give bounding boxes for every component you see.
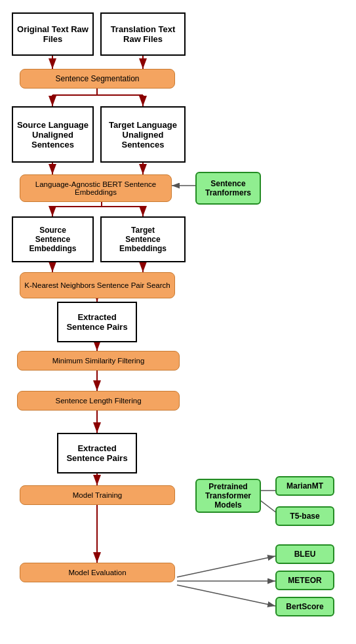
source-language-label: Source LanguageUnalignedSentences <box>17 120 89 150</box>
translation-text-box: Translation Text Raw Files <box>100 12 186 56</box>
min-similarity-label: Minimum Similarity Filtering <box>52 357 145 365</box>
t5-base-box: T5-base <box>275 506 334 526</box>
target-embeddings-box: TargetSentenceEmbeddings <box>100 216 186 262</box>
target-language-box: Target LanguageUnalignedSentences <box>100 106 186 163</box>
target-language-label: Target LanguageUnalignedSentences <box>109 120 177 150</box>
bertscore-box: BertScore <box>275 597 334 616</box>
model-evaluation-label: Model Evaluation <box>68 569 126 576</box>
sentence-segmentation-label: Sentence Segmentation <box>55 74 139 83</box>
bleu-label: BLEU <box>294 550 316 559</box>
extracted-pairs-2-box: ExtractedSentence Pairs <box>57 433 137 473</box>
svg-line-27 <box>177 585 275 606</box>
model-evaluation-box: Model Evaluation <box>20 563 175 582</box>
sentence-segmentation-box: Sentence Segmentation <box>20 69 175 89</box>
original-text-label: Original Text Raw Files <box>13 24 92 44</box>
svg-line-25 <box>177 556 275 577</box>
source-embeddings-box: SourceSentenceEmbeddings <box>12 216 94 262</box>
model-training-label: Model Training <box>73 491 122 499</box>
marianmt-box: MarianMT <box>275 476 334 496</box>
bert-embeddings-label: Language-Agnostic BERT Sentence Embeddin… <box>20 180 171 196</box>
extracted-pairs-2-label: ExtractedSentence Pairs <box>66 443 127 463</box>
source-language-box: Source LanguageUnalignedSentences <box>12 106 94 163</box>
extracted-pairs-1-box: ExtractedSentence Pairs <box>57 302 137 342</box>
extracted-pairs-1-label: ExtractedSentence Pairs <box>66 312 127 332</box>
source-embeddings-label: SourceSentenceEmbeddings <box>29 226 76 253</box>
t5-base-label: T5-base <box>290 512 319 521</box>
model-training-box: Model Training <box>20 485 175 505</box>
translation-text-label: Translation Text Raw Files <box>102 24 184 44</box>
original-text-box: Original Text Raw Files <box>12 12 94 56</box>
marianmt-label: MarianMT <box>287 481 323 491</box>
sentence-transformers-box: SentenceTranformers <box>195 172 261 205</box>
bertscore-label: BertScore <box>286 602 323 611</box>
meteor-label: METEOR <box>288 576 321 585</box>
knn-search-box: K-Nearest Neighbors Sentence Pair Search <box>20 272 175 298</box>
bert-embeddings-box: Language-Agnostic BERT Sentence Embeddin… <box>20 174 172 202</box>
pretrained-models-box: PretrainedTransformerModels <box>195 479 261 513</box>
pretrained-models-label: PretrainedTransformerModels <box>205 482 251 510</box>
bleu-box: BLEU <box>275 544 334 564</box>
sentence-length-label: Sentence Length Filtering <box>55 397 141 405</box>
sentence-transformers-label: SentenceTranformers <box>205 179 251 197</box>
meteor-box: METEOR <box>275 571 334 590</box>
min-similarity-box: Minimum Similarity Filtering <box>17 351 180 371</box>
pipeline-diagram: Original Text Raw Files Translation Text… <box>0 0 356 644</box>
knn-search-label: K-Nearest Neighbors Sentence Pair Search <box>24 281 170 289</box>
sentence-length-box: Sentence Length Filtering <box>17 391 180 411</box>
target-embeddings-label: TargetSentenceEmbeddings <box>119 226 167 253</box>
